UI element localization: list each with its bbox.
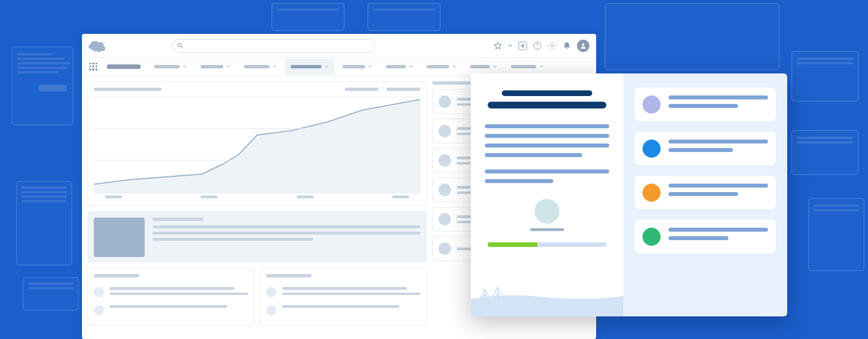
avatar-button[interactable] [577, 40, 589, 52]
salesforce-logo [89, 40, 106, 52]
nav-tab[interactable] [337, 59, 378, 75]
footer-illustration [471, 266, 623, 316]
setup-icon[interactable] [548, 41, 557, 50]
global-search[interactable] [172, 39, 375, 53]
help-icon[interactable] [533, 41, 542, 50]
nav-tab[interactable] [149, 59, 193, 75]
chart-card [88, 81, 427, 206]
favorite-icon[interactable] [493, 41, 502, 50]
chart-title [94, 88, 162, 91]
feature-thumb [94, 218, 145, 257]
area-chart [94, 97, 420, 193]
list-card [88, 268, 254, 325]
search-input[interactable] [184, 41, 370, 50]
search-icon [177, 42, 184, 49]
overlay-subtitle [488, 102, 606, 108]
recommendation-item[interactable] [635, 220, 776, 254]
nav-tab[interactable] [195, 59, 236, 75]
add-icon[interactable] [518, 41, 527, 50]
app-name [107, 64, 141, 69]
overlay-avatar [535, 199, 559, 224]
nav-tab[interactable] [465, 59, 503, 75]
nav-tab[interactable] [421, 59, 462, 75]
svg-line-1 [181, 46, 183, 48]
feature-card[interactable] [88, 211, 427, 262]
progress-bar [488, 242, 606, 247]
list-card [260, 268, 427, 325]
svg-point-0 [177, 43, 181, 46]
svg-point-5 [551, 45, 553, 47]
overlay-main [471, 73, 623, 316]
chevron-down-icon[interactable] [508, 44, 513, 48]
global-header [82, 34, 596, 58]
nav-tab[interactable] [505, 59, 549, 75]
nav-tab[interactable] [380, 59, 419, 75]
list-item[interactable] [94, 283, 248, 301]
svg-point-6 [582, 43, 584, 45]
recommendation-item[interactable] [635, 132, 776, 166]
list-item[interactable] [266, 283, 420, 301]
list-item[interactable] [266, 301, 420, 319]
nav-tab[interactable] [238, 59, 283, 75]
overlay-title [502, 90, 592, 96]
notification-icon[interactable] [562, 41, 571, 50]
recommendation-item[interactable] [635, 176, 776, 210]
list-item[interactable] [94, 301, 248, 319]
nav-tab-active[interactable] [285, 59, 335, 75]
overlay-panel [471, 73, 787, 316]
svg-point-4 [537, 47, 538, 49]
app-launcher[interactable] [88, 61, 99, 72]
recommendation-item[interactable] [635, 88, 776, 121]
